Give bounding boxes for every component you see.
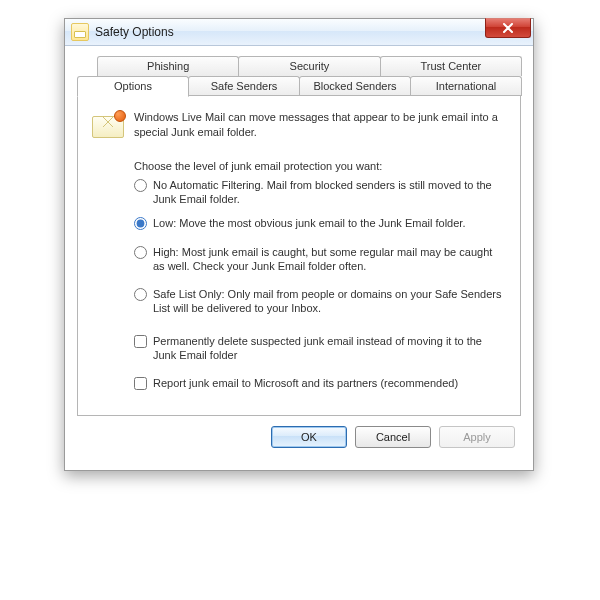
radio-safe-list[interactable]: [134, 288, 147, 301]
radio-high-label: High: Most junk email is caught, but som…: [153, 245, 506, 274]
checkbox-report-microsoft[interactable]: [134, 377, 147, 390]
ok-button[interactable]: OK: [271, 426, 347, 448]
junk-mail-icon: [92, 110, 124, 138]
close-button[interactable]: [485, 18, 531, 38]
radio-low[interactable]: [134, 217, 147, 230]
radio-no-filtering[interactable]: [134, 179, 147, 192]
checkbox-report-microsoft-label: Report junk email to Microsoft and its p…: [153, 376, 458, 390]
close-icon: [502, 23, 514, 33]
tab-security[interactable]: Security: [238, 56, 380, 76]
dialog-buttons: OK Cancel Apply: [77, 416, 521, 458]
radio-low-label: Low: Move the most obvious junk email to…: [153, 216, 465, 230]
apply-button: Apply: [439, 426, 515, 448]
tab-panel-options: Windows Live Mail can move messages that…: [77, 95, 521, 416]
app-icon: [71, 23, 89, 41]
choose-level-label: Choose the level of junk email protectio…: [134, 160, 506, 172]
radio-safe-list-label: Safe List Only: Only mail from people or…: [153, 287, 506, 316]
cancel-button[interactable]: Cancel: [355, 426, 431, 448]
checkbox-permanent-delete-label: Permanently delete suspected junk email …: [153, 334, 506, 363]
radio-high[interactable]: [134, 246, 147, 259]
window-title: Safety Options: [95, 25, 174, 39]
tabstrip: Phishing Security Trust Center Options S…: [77, 56, 521, 416]
tab-phishing[interactable]: Phishing: [97, 56, 239, 76]
tab-blocked-senders[interactable]: Blocked Senders: [299, 76, 411, 96]
radio-no-filtering-label: No Automatic Filtering. Mail from blocke…: [153, 178, 506, 207]
tab-international[interactable]: International: [410, 76, 522, 96]
dialog-window: Safety Options Phishing Security Trust C…: [64, 18, 534, 471]
checkbox-permanent-delete[interactable]: [134, 335, 147, 348]
intro-text: Windows Live Mail can move messages that…: [134, 110, 506, 140]
tab-safe-senders[interactable]: Safe Senders: [188, 76, 300, 96]
tab-options[interactable]: Options: [77, 76, 189, 97]
titlebar[interactable]: Safety Options: [65, 19, 533, 46]
tab-trust-center[interactable]: Trust Center: [380, 56, 522, 76]
